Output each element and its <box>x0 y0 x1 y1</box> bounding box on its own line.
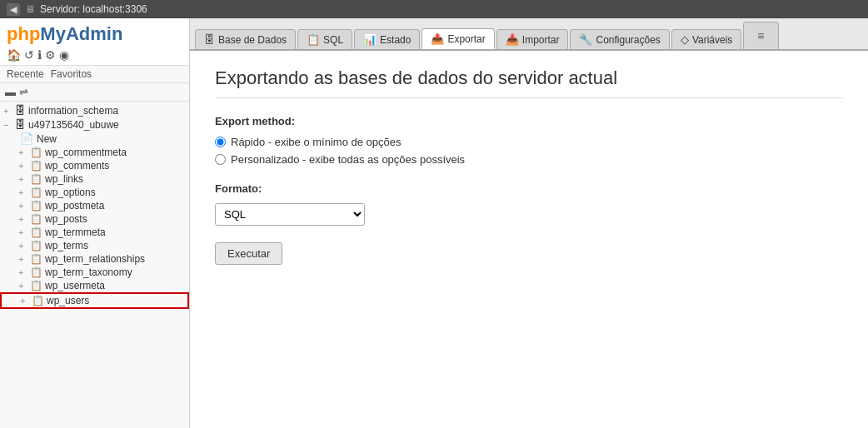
new-item[interactable]: 📄 New <box>0 132 189 146</box>
home-icon[interactable]: 🏠 <box>7 48 21 62</box>
tab-variables[interactable]: ◇ Variáveis <box>671 29 741 49</box>
expand-icon: + <box>18 227 28 237</box>
table-item-wp-links[interactable]: + 📋 wp_links <box>0 172 189 186</box>
expand-icon: + <box>18 187 28 197</box>
new-label: New <box>37 133 57 145</box>
table-icon: 📋 <box>30 266 42 278</box>
export-tab-icon: 📤 <box>431 32 444 45</box>
table-name: wp_postmeta <box>45 200 104 212</box>
expand-icon: + <box>18 214 28 224</box>
info-icon[interactable]: ℹ <box>37 48 42 62</box>
db-name-information-schema: information_schema <box>28 105 118 117</box>
db-item-u497135640-ubuwe[interactable]: − 🗄 u497135640_ubuwe <box>0 117 189 132</box>
format-select[interactable]: SQL <box>215 203 365 226</box>
expand-icon-ubuwe: − <box>3 120 13 130</box>
favorites-link[interactable]: Favoritos <box>51 68 92 80</box>
sql-tab-icon: 📋 <box>307 33 320 46</box>
table-icon: 📋 <box>30 280 42 291</box>
expand-icon: + <box>18 174 28 184</box>
tab-sql[interactable]: 📋 SQL <box>297 29 352 49</box>
radio-group: Rápido - exibe o mínimo de opções Person… <box>215 136 843 166</box>
tab-databases[interactable]: 🗄 Base de Dados <box>195 29 296 49</box>
tab-export[interactable]: 📤 Exportar <box>422 28 494 49</box>
table-item-wp-term-relationships[interactable]: + 📋 wp_term_relationships <box>0 252 189 266</box>
expand-icon: + <box>3 106 13 116</box>
db-name-ubuwe: u497135640_ubuwe <box>28 119 119 131</box>
expand-icon: + <box>18 161 28 171</box>
table-item-wp-terms[interactable]: + 📋 wp_terms <box>0 239 189 252</box>
server-label: Servidor: localhost:3306 <box>40 3 147 15</box>
table-icon: 📋 <box>30 160 42 172</box>
format-section: Formato: SQL <box>215 182 843 226</box>
tab-databases-label: Base de Dados <box>218 34 287 46</box>
format-label: Formato: <box>215 182 843 195</box>
table-item-wp-term-taxonomy[interactable]: + 📋 wp_term_taxonomy <box>0 266 189 279</box>
import-tab-icon: 📥 <box>506 33 519 46</box>
toolbar-icons: 🏠 ↺ ℹ ⚙ ◉ <box>7 48 182 62</box>
table-item-wp-users[interactable]: + 📋 wp_users <box>0 292 189 309</box>
logo-php: php <box>7 23 40 44</box>
logo-myadmin: MyAdmin <box>40 23 122 44</box>
tab-export-label: Exportar <box>447 33 485 45</box>
settings-tab-icon: 🔧 <box>579 33 592 46</box>
format-select-wrap: SQL <box>215 203 843 226</box>
table-item-wp-postmeta[interactable]: + 📋 wp_postmeta <box>0 199 189 212</box>
server-icon: 🖥 <box>25 3 35 15</box>
top-bar: ◀ 🖥 Servidor: localhost:3306 <box>0 0 868 18</box>
link-icon[interactable]: ⇌ <box>19 86 28 98</box>
tab-settings[interactable]: 🔧 Configurações <box>570 29 669 49</box>
sidebar-controls: ▬ ⇌ <box>0 83 189 102</box>
table-item-wp-posts[interactable]: + 📋 wp_posts <box>0 212 189 226</box>
radio-custom-label: Personalizado - exibe todas as opções po… <box>231 153 465 166</box>
table-name: wp_term_taxonomy <box>45 266 132 278</box>
phpmyadmin-logo: phpMyAdmin <box>7 23 182 45</box>
radio-custom[interactable] <box>215 154 226 165</box>
tab-more[interactable]: ≡ <box>743 22 778 49</box>
plugin-icon[interactable]: ◉ <box>59 48 69 62</box>
recent-link[interactable]: Recente <box>7 68 44 80</box>
table-icon: 📋 <box>30 226 42 238</box>
radio-fast[interactable] <box>215 137 226 147</box>
more-icon: ≡ <box>752 26 769 46</box>
db-icon-ubuwe: 🗄 <box>15 118 26 131</box>
table-item-wp-commentmeta[interactable]: + 📋 wp_commentmeta <box>0 146 189 159</box>
table-item-wp-usermeta[interactable]: + 📋 wp_usermeta <box>0 279 189 292</box>
table-icon: 📋 <box>30 200 42 212</box>
settings-icon[interactable]: ⚙ <box>45 48 56 62</box>
tab-settings-label: Configurações <box>596 34 660 46</box>
export-method-label: Export method: <box>215 115 843 127</box>
table-name: wp_term_relationships <box>45 253 145 265</box>
radio-custom-option[interactable]: Personalizado - exibe todas as opções po… <box>215 153 843 166</box>
reload-icon[interactable]: ↺ <box>24 48 34 62</box>
expand-icon: + <box>18 254 28 264</box>
tab-status[interactable]: 📊 Estado <box>354 29 420 49</box>
expand-icon: + <box>18 281 28 291</box>
tab-status-label: Estado <box>380 34 411 46</box>
table-icon: 📋 <box>32 295 44 306</box>
table-icon: 📋 <box>30 147 42 158</box>
variables-tab-icon: ◇ <box>681 33 689 46</box>
tab-import-label: Importar <box>522 34 560 46</box>
radio-fast-option[interactable]: Rápido - exibe o mínimo de opções <box>215 136 843 148</box>
table-name: wp_commentmeta <box>45 147 127 158</box>
table-item-wp-termmeta[interactable]: + 📋 wp_termmeta <box>0 226 189 239</box>
radio-fast-label: Rápido - exibe o mínimo de opções <box>231 136 402 148</box>
collapse-icon[interactable]: ▬ <box>5 86 16 98</box>
table-item-wp-comments[interactable]: + 📋 wp_comments <box>0 159 189 172</box>
expand-icon: + <box>18 201 28 211</box>
databases-tab-icon: 🗄 <box>204 33 215 46</box>
table-icon: 📋 <box>30 173 42 185</box>
table-icon: 📋 <box>30 253 42 265</box>
table-item-wp-options[interactable]: + 📋 wp_options <box>0 186 189 199</box>
table-icon: 📋 <box>30 213 42 225</box>
tab-sql-label: SQL <box>323 34 343 46</box>
db-item-information-schema[interactable]: + 🗄 information_schema <box>0 103 189 117</box>
db-tree: + 🗄 information_schema − 🗄 u497135640_ub… <box>0 102 189 428</box>
db-icon: 🗄 <box>15 104 26 117</box>
execute-button[interactable]: Executar <box>215 242 282 265</box>
tab-import[interactable]: 📥 Importar <box>496 29 569 49</box>
table-name: wp_users <box>47 295 89 306</box>
nav-back-button[interactable]: ◀ <box>7 3 20 16</box>
table-icon: 📋 <box>30 240 42 251</box>
table-name: wp_links <box>45 173 83 185</box>
